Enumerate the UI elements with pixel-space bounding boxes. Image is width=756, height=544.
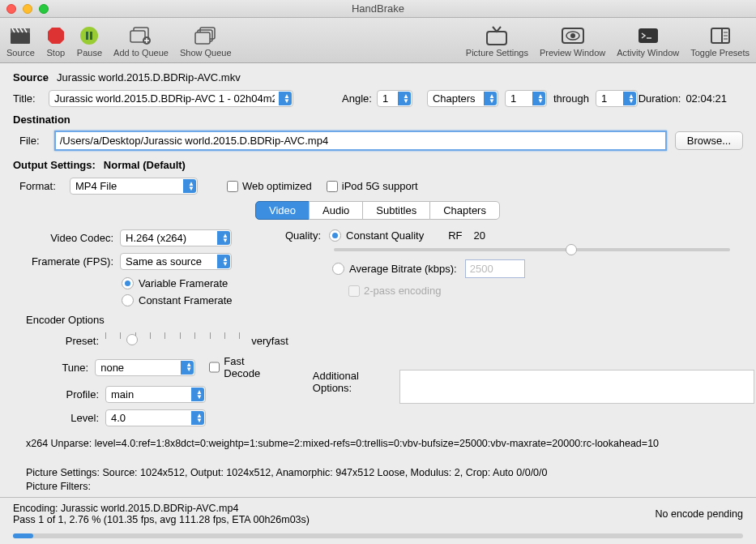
through-label: through: [553, 92, 589, 105]
file-label: File:: [19, 135, 49, 147]
tv-icon: [485, 24, 509, 48]
quality-label: Quality:: [285, 229, 321, 242]
format-select[interactable]: MP4 File ▲▼: [70, 178, 198, 195]
average-bitrate-radio[interactable]: Average Bitrate (kbps):: [332, 263, 457, 275]
toggle-presets-button[interactable]: Toggle Presets: [690, 24, 750, 58]
activity-window-button[interactable]: Activity Window: [617, 24, 679, 58]
stop-icon: [46, 24, 66, 48]
pause-icon: [79, 24, 99, 48]
chapter-from-select[interactable]: 1 ▲▼: [505, 90, 547, 107]
toolbar: Source Stop Pause Add to Queue Show Queu…: [0, 18, 756, 63]
picture-settings-text: Picture Settings: Source: 1024x512, Outp…: [26, 467, 730, 478]
profile-select[interactable]: main ▲▼: [105, 386, 206, 403]
source-button[interactable]: Source: [6, 24, 35, 58]
tune-label: Tune:: [26, 362, 88, 374]
chapter-to-select[interactable]: 1 ▲▼: [596, 90, 638, 107]
clapperboard-icon: [9, 24, 32, 48]
minimize-window-button[interactable]: [23, 4, 32, 14]
preset-value: veryfast: [251, 335, 288, 347]
source-label: Source: [13, 71, 49, 84]
terminal-icon: [637, 24, 660, 48]
eye-icon: [561, 24, 585, 48]
rf-label: RF: [448, 229, 462, 242]
output-settings-label: Output Settings:: [13, 159, 96, 171]
radio-icon: [122, 277, 134, 289]
preview-window-button[interactable]: Preview Window: [540, 24, 605, 58]
level-label: Level:: [26, 412, 99, 424]
profile-label: Profile:: [26, 388, 99, 401]
window-title: HandBrake: [352, 2, 404, 15]
show-queue-button[interactable]: Show Queue: [180, 24, 232, 58]
tab-audio[interactable]: Audio: [309, 201, 363, 220]
additional-options-input[interactable]: [399, 370, 754, 404]
tabs: Video Audio Subtitles Chapters: [13, 201, 743, 220]
preset-label: Preset:: [26, 335, 99, 347]
svg-rect-11: [195, 32, 210, 44]
ipod-support-checkbox[interactable]: iPod 5G support: [327, 180, 418, 192]
output-preset: Normal (Default): [104, 159, 186, 171]
svg-rect-12: [487, 32, 506, 45]
source-file: Jurassic world.2015.D.BDRip-AVC.mkv: [57, 71, 241, 84]
picture-settings-button[interactable]: Picture Settings: [466, 24, 528, 58]
radio-icon: [122, 294, 134, 306]
stop-button[interactable]: Stop: [46, 24, 66, 58]
bitrate-input[interactable]: [465, 259, 525, 278]
radio-icon: [332, 263, 344, 275]
angle-label: Angle:: [342, 92, 372, 105]
two-pass-checkbox: 2-pass encoding: [348, 285, 441, 297]
encoder-options-heading: Encoder Options: [26, 314, 730, 326]
pause-button[interactable]: Pause: [77, 24, 102, 58]
destination-heading: Destination: [13, 114, 743, 126]
close-window-button[interactable]: [6, 4, 16, 14]
svg-point-15: [570, 33, 575, 38]
svg-rect-4: [86, 32, 88, 40]
svg-rect-16: [639, 28, 658, 43]
encoding-status: Encoding: Jurassic world.2015.D.BDRip-AV…: [13, 503, 310, 514]
quality-slider[interactable]: [334, 248, 730, 251]
pass-status: Pass 1 of 1, 2.76 % (101.35 fps, avg 111…: [13, 514, 310, 525]
add-queue-icon: [129, 24, 153, 48]
framerate-select[interactable]: Same as source ▲▼: [120, 253, 232, 270]
title-label: Title:: [13, 92, 44, 105]
x264-unparse: x264 Unparse: level=4.0:ref=1:8x8dct=0:w…: [26, 438, 730, 449]
zoom-window-button[interactable]: [39, 4, 49, 14]
titlebar: HandBrake: [0, 0, 756, 18]
rf-value: 20: [474, 229, 485, 242]
svg-marker-2: [48, 28, 64, 44]
additional-options-label: Additional Options:: [313, 370, 393, 394]
preset-slider[interactable]: [105, 332, 240, 349]
angle-select[interactable]: 1 ▲▼: [377, 90, 412, 107]
svg-point-3: [80, 27, 98, 45]
chapters-mode-select[interactable]: Chapters ▲▼: [427, 90, 498, 107]
format-label: Format:: [19, 180, 65, 192]
variable-framerate-radio[interactable]: Variable Framerate: [122, 277, 228, 289]
show-queue-icon: [194, 24, 218, 48]
panel-icon: [710, 24, 731, 48]
video-codec-label: Video Codec:: [26, 232, 113, 244]
picture-filters-text: Picture Filters:: [26, 481, 730, 492]
web-optimized-checkbox[interactable]: Web optimized: [227, 180, 312, 192]
tab-chapters[interactable]: Chapters: [429, 201, 500, 220]
duration-label: Duration:: [639, 92, 681, 105]
constant-framerate-radio[interactable]: Constant Framerate: [122, 294, 233, 306]
radio-icon: [329, 229, 341, 242]
level-select[interactable]: 4.0 ▲▼: [105, 409, 206, 426]
constant-quality-radio[interactable]: Constant Quality: [329, 229, 424, 242]
video-codec-select[interactable]: H.264 (x264) ▲▼: [120, 229, 232, 246]
title-select[interactable]: Jurassic world.2015.D.BDRip-AVC 1 - 02h0…: [49, 90, 293, 107]
tab-subtitles[interactable]: Subtitles: [362, 201, 430, 220]
fast-decode-checkbox[interactable]: Fast Decode: [209, 355, 273, 379]
svg-rect-5: [90, 32, 92, 40]
destination-file-input[interactable]: [54, 131, 667, 151]
tab-video[interactable]: Video: [255, 201, 310, 220]
tune-select[interactable]: none ▲▼: [95, 359, 195, 376]
duration-value: 02:04:21: [686, 92, 727, 105]
progress-bar: [13, 533, 743, 538]
framerate-label: Framerate (FPS):: [26, 255, 113, 268]
queue-pending: No encode pending: [656, 508, 743, 520]
browse-button[interactable]: Browse...: [675, 131, 743, 150]
svg-rect-0: [11, 32, 30, 44]
add-to-queue-button[interactable]: Add to Queue: [113, 24, 169, 58]
